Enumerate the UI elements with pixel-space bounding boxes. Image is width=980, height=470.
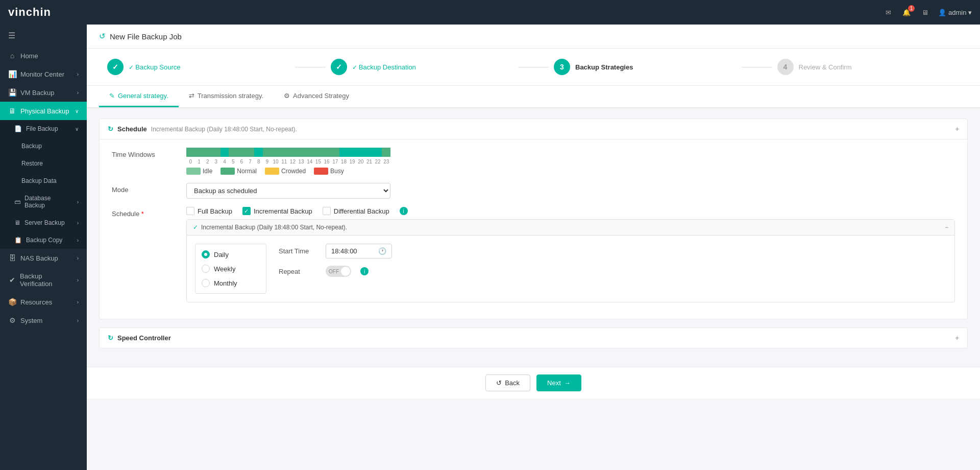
freq-daily[interactable]: Daily (202, 250, 260, 258)
step-divider-1 (295, 67, 326, 67)
tab-transmission-strategy[interactable]: ⇄ Transmission strategy. (179, 86, 274, 107)
page-header-icon: ↺ (99, 32, 106, 41)
chevron-right-icon: › (77, 90, 79, 96)
tab-general-icon: ✎ (109, 92, 115, 100)
required-asterisk: * (141, 210, 144, 218)
freq-weekly[interactable]: Weekly (202, 265, 260, 273)
stepper: ✓ ✓ Backup Source ✓ ✓ Backup Destination (87, 49, 980, 86)
sidebar-item-label: Resources (20, 298, 52, 306)
notification-badge: 1 (908, 5, 915, 12)
schedule-row: Schedule * Full Backup ✓ (112, 207, 955, 302)
radio-monthly[interactable] (202, 279, 210, 287)
start-time-row: Start Time 18:48:00 🕐 (279, 244, 946, 258)
speed-expand-icon[interactable]: + (955, 334, 959, 342)
sidebar-item-physical-backup[interactable]: 🖥 Physical Backup ∨ (0, 102, 87, 120)
step-1-check: ✓ (112, 63, 118, 71)
repeat-toggle[interactable]: OFF (326, 266, 351, 277)
step-divider-3 (742, 67, 772, 67)
mode-select[interactable]: Backup as scheduledManual Backup (186, 183, 390, 199)
radio-weekly[interactable] (202, 265, 210, 273)
sidebar-item-home[interactable]: ⌂ Home (0, 46, 87, 65)
file-backup-sub: Backup Restore Backup Data (0, 137, 87, 190)
sidebar-item-monitor-center[interactable]: 📊 Monitor Center › (0, 65, 87, 83)
sidebar-item-restore[interactable]: Restore (0, 155, 87, 172)
chevron-down-icon: ∨ (75, 126, 79, 132)
sidebar-item-backup-verification[interactable]: ✔ Backup Verification › (0, 267, 87, 293)
vm-backup-icon: 💾 (8, 88, 16, 97)
chevron-right-icon: › (77, 238, 79, 243)
sidebar-item-database-backup[interactable]: 🗃 Database Backup › (0, 190, 87, 214)
database-icon: 🗃 (14, 198, 20, 205)
incremental-check-icon: ✓ (193, 224, 198, 231)
repeat-info-icon[interactable]: i (360, 267, 369, 275)
chevron-right-icon: › (77, 277, 79, 283)
incremental-sub-card: ✓ Incremental Backup (Daily 18:48:00 Sta… (186, 219, 955, 302)
content-area: ↻ Schedule Incremental Backup (Daily 18:… (87, 108, 980, 367)
schedule-expand-icon[interactable]: + (955, 125, 959, 133)
checkbox-differential-box[interactable] (323, 207, 331, 215)
page-title: New File Backup Job (110, 32, 182, 41)
step-divider-2 (518, 67, 549, 67)
schedule-control: Full Backup ✓ Incremental Backup Differe… (186, 207, 955, 302)
sidebar-item-vm-backup[interactable]: 💾 VM Backup › (0, 83, 87, 102)
sidebar-item-label: File Backup (26, 125, 58, 132)
physical-backup-icon: 🖥 (8, 107, 16, 115)
sidebar-item-nas-backup[interactable]: 🗄 NAS Backup › (0, 249, 87, 267)
checkbox-full-backup[interactable]: Full Backup (186, 207, 232, 215)
checkbox-group: Full Backup ✓ Incremental Backup Differe… (186, 207, 955, 215)
checkbox-full-box[interactable] (186, 207, 194, 215)
info-icon[interactable]: i (400, 207, 408, 215)
sidebar-item-label: Backup Copy (26, 237, 62, 244)
sidebar-item-backup-copy[interactable]: 📋 Backup Copy › (0, 231, 87, 249)
chevron-right-icon: › (77, 72, 79, 77)
speed-controller-header[interactable]: ↻ Speed Controller + (100, 328, 967, 348)
sidebar-item-label: Physical Backup (20, 107, 69, 115)
sidebar-item-label: Server Backup (24, 219, 65, 226)
sidebar-item-label: Monitor Center (20, 70, 64, 78)
step-3-circle: 3 (554, 59, 570, 75)
speed-icon: ↻ (108, 334, 113, 342)
toggle-label: OFF (329, 269, 339, 274)
checkbox-incremental-backup[interactable]: ✓ Incremental Backup (242, 207, 312, 215)
sidebar-item-label: VM Backup (20, 89, 54, 97)
incremental-collapse-icon[interactable]: − (945, 224, 948, 231)
time-windows-row: Time Windows 012345678910111213141516171… (112, 148, 955, 175)
time-bar-container: 01234567891011121314151617181920212223 (186, 148, 955, 165)
checkbox-differential-backup[interactable]: Differential Backup (323, 207, 389, 215)
sidebar-item-file-backup[interactable]: 📄 File Backup ∨ (0, 120, 87, 137)
next-button[interactable]: Next → (536, 374, 581, 391)
user-menu[interactable]: 👤 admin ▾ (938, 9, 972, 16)
schedule-card-body: Time Windows 012345678910111213141516171… (100, 139, 967, 319)
step-3-label: Backup Strategies (575, 63, 633, 71)
sidebar-item-backup[interactable]: Backup (0, 137, 87, 155)
sidebar-hamburger[interactable]: ☰ (0, 25, 87, 46)
sidebar-item-label: Backup (21, 143, 42, 150)
speed-title: Speed Controller (117, 334, 171, 342)
app-body: ☰ ⌂ Home 📊 Monitor Center › 💾 VM Backup … (0, 25, 980, 470)
sidebar-item-backup-data[interactable]: Backup Data (0, 172, 87, 190)
messages-icon[interactable]: ✉ (883, 7, 893, 17)
checkbox-incremental-box[interactable]: ✓ (242, 207, 251, 215)
notifications-icon[interactable]: 🔔 1 (901, 7, 912, 17)
sidebar-item-resources[interactable]: 📦 Resources › (0, 293, 87, 311)
incremental-sub-header-left: ✓ Incremental Backup (Daily 18:48:00 Sta… (193, 224, 347, 231)
step-2-check: ✓ (336, 63, 342, 71)
sidebar-item-system[interactable]: ⚙ System › (0, 311, 87, 330)
mode-label: Mode (112, 183, 178, 194)
freq-monthly[interactable]: Monthly (202, 279, 260, 287)
monitor-icon[interactable]: 🖥 (920, 7, 930, 17)
back-button[interactable]: ↺ Back (485, 374, 530, 391)
file-icon: 📄 (14, 125, 22, 132)
tab-advanced-strategy[interactable]: ⚙ Advanced Strategy (274, 86, 359, 107)
tab-transmission-icon: ⇄ (189, 92, 194, 100)
toggle-knob (341, 267, 350, 276)
radio-daily[interactable] (202, 250, 210, 258)
chevron-right-icon: › (77, 318, 79, 323)
step-1-circle: ✓ (107, 59, 124, 75)
start-time-input[interactable]: 18:48:00 🕐 (326, 244, 392, 258)
sidebar-item-server-backup[interactable]: 🖥 Server Backup › (0, 214, 87, 231)
brand-chin: chin (26, 6, 51, 18)
tab-general-strategy[interactable]: ✎ General strategy. (99, 86, 179, 107)
step-4-label: Review & Confirm (799, 63, 852, 71)
step-2-circle: ✓ (331, 59, 347, 75)
